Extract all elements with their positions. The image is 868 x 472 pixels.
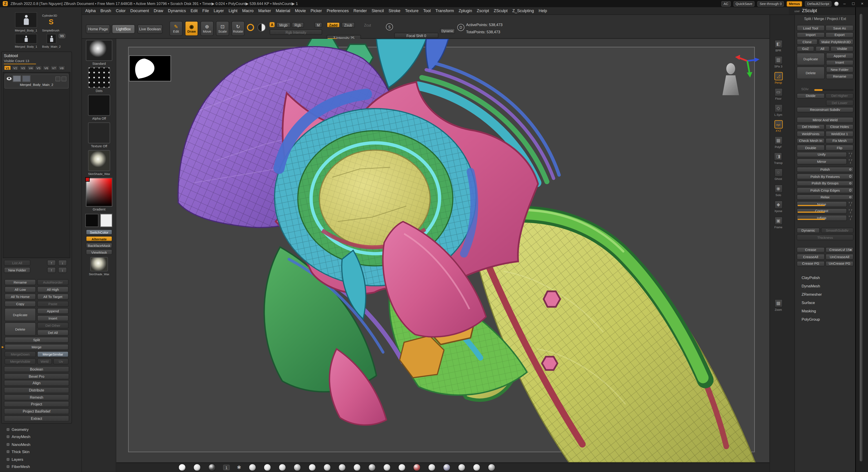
material-sphere[interactable] — [308, 464, 316, 471]
rgb-button[interactable]: Rgb — [292, 22, 304, 28]
brush-ring-icon[interactable] — [247, 24, 254, 31]
zs-relax[interactable]: Relax — [797, 194, 854, 200]
paint-icon[interactable] — [55, 76, 60, 81]
alternate-button[interactable]: Alternate — [86, 236, 113, 241]
menu-transform[interactable]: Transform — [435, 8, 454, 13]
dynamic-draw-size-button[interactable]: Dynamic — [440, 28, 455, 34]
shelf-bpr[interactable]: ◧BPR — [774, 40, 783, 52]
shelf-persp[interactable]: ◿Persp — [774, 72, 783, 84]
user-icon[interactable] — [834, 1, 839, 6]
zs-fix-mesh[interactable]: Fix Mesh — [826, 138, 854, 144]
weld-button[interactable]: Weld — [37, 358, 52, 364]
shelf-ghost[interactable]: ◌Ghost — [774, 169, 783, 181]
op-project-basrelief[interactable]: Project BasRelief — [4, 408, 69, 414]
duplicate-button[interactable]: Duplicate — [4, 308, 36, 321]
zs-polish[interactable]: Polish — [797, 167, 854, 172]
zs-del-lower[interactable]: Del Lower — [826, 99, 854, 106]
menu-texture[interactable]: Texture — [405, 8, 418, 13]
rgb-intensity-slider[interactable]: Rgb Intensity — [270, 29, 322, 35]
axis-xyz-toggle[interactable]: x y z — [847, 201, 854, 207]
menu-edit[interactable]: Edit — [191, 8, 197, 13]
zs-polish-by-groups[interactable]: Polish By Groups — [797, 180, 854, 186]
zs-divide[interactable]: Divide — [797, 93, 825, 99]
material-sphere[interactable] — [488, 464, 495, 471]
maximize-button[interactable]: □ — [850, 1, 856, 6]
shelf-frame[interactable]: ▣Frame — [774, 216, 783, 229]
zs-creaseall[interactable]: CreaseAll — [797, 254, 825, 260]
zs-flip[interactable]: Flip — [826, 145, 854, 150]
alpha-preview-slot[interactable] — [88, 95, 111, 116]
zs-welddist-1[interactable]: WeldDist 1 — [826, 131, 854, 137]
mergevisible-button[interactable]: MergeVisible — [4, 358, 36, 364]
material-preview[interactable] — [88, 150, 111, 171]
op-align[interactable]: Align — [4, 380, 69, 386]
texture-preview[interactable] — [88, 122, 111, 144]
viewport-canvas[interactable] — [116, 39, 769, 462]
copy-button[interactable]: Copy — [4, 301, 36, 307]
mergesimilar-button[interactable]: MergeSimilar — [37, 351, 68, 357]
zs-load-tool[interactable]: Load Tool — [797, 25, 825, 31]
shelf-solo[interactable]: ◉Solo — [774, 184, 783, 197]
zs-polish-by-features[interactable]: Polish By Features — [797, 173, 854, 179]
list-all-button[interactable]: List All — [4, 260, 30, 266]
menu-tool[interactable]: Tool — [423, 8, 431, 13]
material-sphere[interactable] — [178, 464, 186, 471]
menus-toggle[interactable]: Menus — [787, 1, 802, 6]
shelf-spix-3[interactable]: ▥SPix 3 — [774, 56, 783, 68]
focal-shift-slider[interactable]: Focal Shift 0 — [394, 33, 438, 38]
alpha-preview[interactable] — [129, 55, 171, 81]
rename-button[interactable]: Rename — [4, 279, 36, 285]
op-remesh[interactable]: Remesh — [4, 394, 69, 400]
op-project[interactable]: Project — [4, 401, 69, 407]
all-to-home-button[interactable]: All To Home — [4, 293, 36, 299]
d-icon[interactable]: D — [457, 24, 464, 31]
op-extract[interactable]: Extract — [4, 415, 69, 421]
zs-goz[interactable]: GoZ — [797, 46, 814, 52]
move-mode-button[interactable]: ⊕ Move — [200, 21, 214, 36]
palette-zremesher[interactable]: ZRemesher — [797, 291, 854, 298]
palette-polygroup[interactable]: PolyGroup — [797, 316, 854, 323]
palette-nanomesh[interactable]: NanoMesh — [1, 441, 73, 448]
material-sphere[interactable] — [398, 464, 405, 471]
menu-alpha[interactable]: Alpha — [85, 8, 96, 13]
uv-button[interactable]: Uv — [53, 358, 68, 364]
menu-preferences[interactable]: Preferences — [327, 8, 349, 13]
zs-new-folder[interactable]: New Folder — [826, 66, 854, 72]
visibility-eye-icon[interactable] — [7, 77, 12, 80]
palette-arraymesh[interactable]: ArrayMesh — [1, 433, 73, 440]
autoreorder-button[interactable]: AutoReorder — [37, 279, 68, 285]
zs-uncrease-pg[interactable]: UnCrease PG — [826, 261, 854, 266]
simplebrush-icon[interactable]: S — [49, 18, 54, 26]
subtool-tab-v3[interactable]: V3 — [19, 65, 27, 70]
live-boolean-button[interactable]: Live Boolean — [137, 24, 163, 34]
zsub-button[interactable]: Zsub — [342, 22, 355, 28]
zs-export[interactable]: Export — [826, 32, 854, 38]
zs-double[interactable]: Double — [797, 145, 825, 150]
op-distribute[interactable]: Distribute — [4, 387, 69, 393]
quickpick-thumb-2[interactable] — [15, 34, 37, 43]
menu-file[interactable]: File — [202, 8, 209, 13]
color-picker[interactable] — [86, 178, 113, 207]
shelf-transp[interactable]: ◨Transp — [774, 152, 783, 165]
split-button[interactable]: Split — [4, 337, 69, 343]
zs-close-holes[interactable]: Close Holes — [826, 124, 854, 129]
material-sphere[interactable] — [428, 464, 435, 471]
subtool-tab-v6[interactable]: V6 — [43, 65, 50, 70]
material-sphere[interactable] — [458, 464, 465, 471]
zs-smoothsubdiv[interactable]: SmoothSubdiv — [820, 227, 854, 233]
new-folder-button[interactable]: New Folder — [4, 267, 30, 273]
insert-button[interactable]: Insert — [37, 315, 68, 321]
see-through-slider[interactable]: See-through 0 — [757, 1, 784, 6]
zs-polish-crisp-edges[interactable]: Polish Crisp Edges — [797, 187, 854, 193]
minimize-button[interactable]: – — [841, 1, 847, 6]
zs-rename[interactable]: Rename — [826, 73, 854, 79]
menu-light[interactable]: Light — [228, 8, 237, 13]
shelf-xyz[interactable]: xyzXYZ — [774, 120, 783, 132]
quicksave-button[interactable]: QuickSave — [733, 1, 755, 6]
shelf-l-sym[interactable]: ◇L.Sym — [774, 104, 783, 116]
subtool-list[interactable]: Merged_Body_Main_2 — [3, 72, 70, 258]
axis-xyz-toggle[interactable]: x y z — [847, 152, 854, 157]
zs-make-polymesh3d[interactable]: Make PolyMesh3D — [818, 39, 854, 45]
subtool-tab-v5[interactable]: V5 — [35, 65, 42, 70]
subtool-item[interactable]: Merged_Body_Main_2 — [4, 74, 69, 89]
